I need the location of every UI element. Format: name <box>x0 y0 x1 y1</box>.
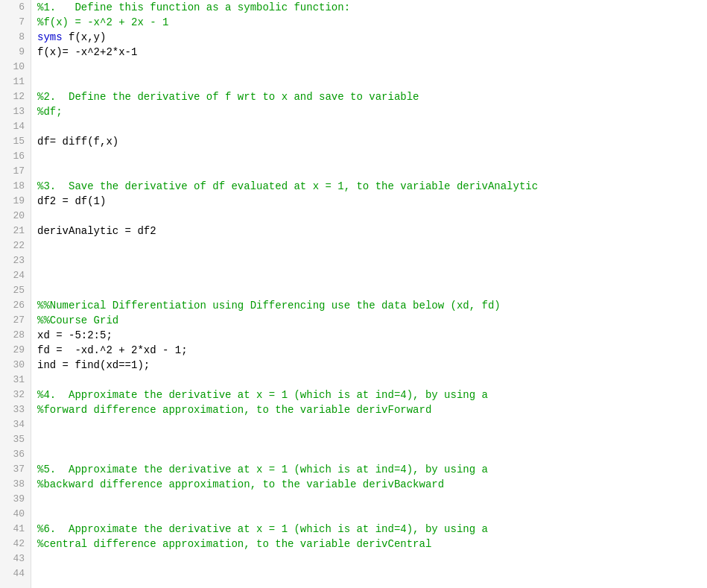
line-number: 11 <box>0 75 31 89</box>
code-token-comment: %%Course Grid <box>37 313 118 328</box>
line-number: 39 <box>0 492 31 507</box>
line-number: 8 <box>0 30 31 45</box>
code-token-normal: derivAnalytic = df2 <box>37 224 156 238</box>
line-number: 42 <box>0 537 31 551</box>
code-line: xd = -5:2:5; <box>37 328 707 343</box>
code-line <box>37 75 707 89</box>
line-number: 29 <box>0 343 31 358</box>
line-number: 7 <box>0 15 31 30</box>
line-number: 26 <box>0 298 31 313</box>
code-line: %df; <box>37 104 707 119</box>
line-number: 35 <box>0 432 31 447</box>
code-line: %3. Save the derivative of df evaluated … <box>37 179 707 194</box>
line-number: 30 <box>0 358 31 373</box>
line-number: 40 <box>0 507 31 522</box>
line-number: 44 <box>0 566 31 581</box>
code-token-comment: %central difference approximation, to th… <box>37 537 431 551</box>
code-line: %central difference approximation, to th… <box>37 537 707 551</box>
line-number: 9 <box>0 45 31 60</box>
code-token-normal: fd = -xd.^2 + 2*xd - 1; <box>37 343 188 358</box>
code-line <box>37 253 707 268</box>
code-line: derivAnalytic = df2 <box>37 224 707 238</box>
code-line <box>37 432 707 447</box>
code-token-comment: %df; <box>37 104 63 119</box>
line-number: 25 <box>0 283 31 298</box>
line-number: 20 <box>0 209 31 224</box>
code-line <box>37 119 707 134</box>
line-number: 12 <box>0 89 31 104</box>
code-line <box>37 238 707 253</box>
code-token-normal: xd = -5:2:5; <box>37 328 112 343</box>
line-number: 15 <box>0 134 31 149</box>
code-line: %5. Approximate the derivative at x = 1 … <box>37 462 707 477</box>
line-number: 27 <box>0 313 31 328</box>
code-token-comment: %f(x) = -x^2 + 2x - 1 <box>37 15 168 30</box>
code-area[interactable]: %1. Define this function as a symbolic f… <box>31 0 707 588</box>
code-line: %2. Define the derivative of f wrt to x … <box>37 89 707 104</box>
line-number: 28 <box>0 328 31 343</box>
line-number: 33 <box>0 402 31 417</box>
code-line: %forward difference approximation, to th… <box>37 402 707 417</box>
code-line <box>37 209 707 224</box>
code-line <box>37 149 707 164</box>
line-number: 43 <box>0 551 31 566</box>
code-line <box>37 566 707 581</box>
code-line <box>37 507 707 522</box>
code-token-normal: df2 = df(1) <box>37 194 106 209</box>
line-number: 17 <box>0 164 31 179</box>
code-line <box>37 417 707 432</box>
code-line <box>37 164 707 179</box>
code-line: df= diff(f,x) <box>37 134 707 149</box>
code-line: f(x)= -x^2+2*x-1 <box>37 45 707 60</box>
code-token-comment: %1. Define this function as a symbolic f… <box>37 0 350 15</box>
line-number: 22 <box>0 238 31 253</box>
line-number: 13 <box>0 104 31 119</box>
line-number: 14 <box>0 119 31 134</box>
line-numbers: 6789101112131415161718192021222324252627… <box>0 0 31 588</box>
code-line: ind = find(xd==1); <box>37 358 707 373</box>
code-token-comment: %6. Approximate the derivative at x = 1 … <box>37 522 488 537</box>
code-line: syms f(x,y) <box>37 30 707 45</box>
line-number: 31 <box>0 373 31 388</box>
line-number: 38 <box>0 477 31 492</box>
line-number: 16 <box>0 149 31 164</box>
code-line: fd = -xd.^2 + 2*xd - 1; <box>37 343 707 358</box>
code-line <box>37 268 707 283</box>
code-line <box>37 551 707 566</box>
code-line <box>37 373 707 388</box>
code-line <box>37 60 707 75</box>
code-line: %f(x) = -x^2 + 2x - 1 <box>37 15 707 30</box>
code-line: %%Course Grid <box>37 313 707 328</box>
code-token-normal: ind = find(xd==1); <box>37 358 150 373</box>
code-token-normal: f(x,y) <box>69 30 106 45</box>
line-number: 10 <box>0 60 31 75</box>
line-number: 41 <box>0 522 31 537</box>
code-token-comment: %backward difference approximation, to t… <box>37 477 444 492</box>
code-token-comment: %forward difference approximation, to th… <box>37 402 431 417</box>
line-number: 24 <box>0 268 31 283</box>
code-line: %backward difference approximation, to t… <box>37 477 707 492</box>
code-token-comment: %3. Save the derivative of df evaluated … <box>37 179 538 194</box>
code-token-normal: f(x)= -x^2+2*x-1 <box>37 45 137 60</box>
code-line <box>37 447 707 462</box>
code-token-comment: %2. Define the derivative of f wrt to x … <box>37 89 419 104</box>
code-line <box>37 283 707 298</box>
code-line: %6. Approximate the derivative at x = 1 … <box>37 522 707 537</box>
code-token-comment: %%Numerical Differentiation using Differ… <box>37 298 501 313</box>
line-number: 36 <box>0 447 31 462</box>
line-number: 34 <box>0 417 31 432</box>
line-number: 6 <box>0 0 31 15</box>
code-line: %4. Approximate the derivative at x = 1 … <box>37 388 707 402</box>
code-line <box>37 492 707 507</box>
code-token-keyword: syms <box>37 30 69 45</box>
code-token-comment: %4. Approximate the derivative at x = 1 … <box>37 388 488 402</box>
code-token-normal: df= diff(f,x) <box>37 134 118 149</box>
code-line: df2 = df(1) <box>37 194 707 209</box>
code-line: %%Numerical Differentiation using Differ… <box>37 298 707 313</box>
line-number: 23 <box>0 253 31 268</box>
line-number: 18 <box>0 179 31 194</box>
editor-container: 6789101112131415161718192021222324252627… <box>0 0 707 588</box>
line-number: 32 <box>0 388 31 402</box>
code-line: %1. Define this function as a symbolic f… <box>37 0 707 15</box>
line-number: 19 <box>0 194 31 209</box>
